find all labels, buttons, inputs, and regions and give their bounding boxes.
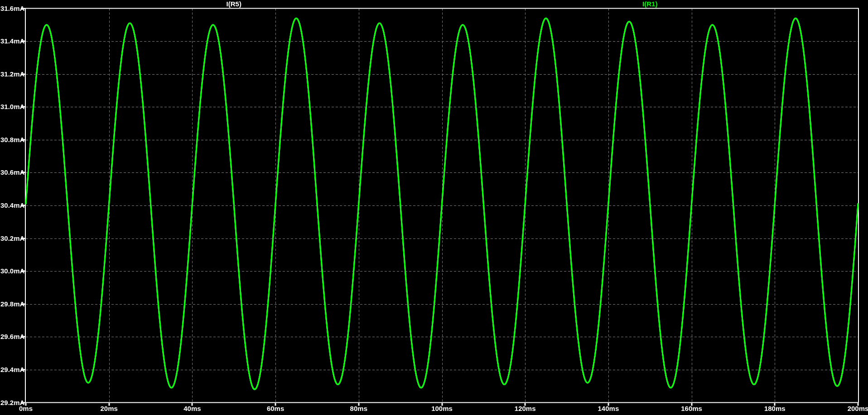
x-tick-label: 160ms <box>681 405 702 413</box>
trace-label-ir1[interactable]: I(R1) <box>642 0 657 8</box>
y-tick-label: 30.8mA <box>0 136 24 144</box>
x-tick-label: 40ms <box>183 405 201 413</box>
x-tick-label: 100ms <box>431 405 453 413</box>
y-tick-label: 30.2mA <box>0 234 24 243</box>
x-tick-label: 180ms <box>764 405 786 413</box>
x-tick-label: 0ms <box>19 405 33 413</box>
x-tick-label: 120ms <box>515 405 536 413</box>
y-tick-label: 29.6mA <box>0 333 24 341</box>
y-tick-label: 30.4mA <box>0 201 24 210</box>
x-tick-label: 80ms <box>350 405 367 413</box>
plot-area[interactable] <box>0 0 868 415</box>
y-tick-label: 31.4mA <box>0 37 24 45</box>
x-tick-label: 200ms <box>848 405 868 413</box>
x-tick-label: 20ms <box>101 405 118 413</box>
y-tick-label: 31.6mA <box>0 5 24 13</box>
y-tick-label: 30.6mA <box>0 168 24 176</box>
x-tick-label: 60ms <box>267 405 284 413</box>
y-tick-label: 30.0mA <box>0 267 24 275</box>
y-tick-label: 29.4mA <box>0 366 24 374</box>
waveform-plot-pane: I(R5) I(R1) 31.6mA31.4mA31.2mA31.0mA30.8… <box>0 0 868 415</box>
y-tick-label: 31.2mA <box>0 70 24 78</box>
y-tick-label: 31.0mA <box>0 103 24 111</box>
y-tick-label: 29.8mA <box>0 300 24 308</box>
x-tick-label: 140ms <box>598 405 619 413</box>
trace-label-ir5[interactable]: I(R5) <box>227 0 241 8</box>
